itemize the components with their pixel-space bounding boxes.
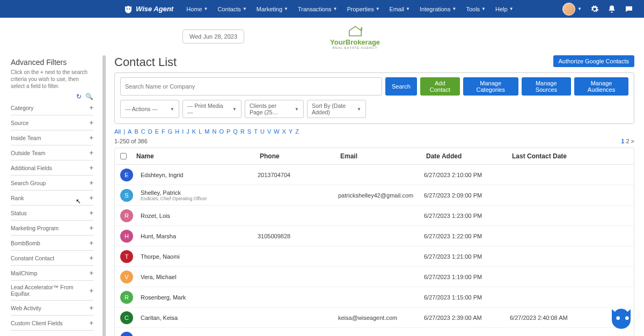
filter-web-activity[interactable]: Web Activity+ [11, 301, 93, 316]
col-name[interactable]: Name [136, 152, 260, 160]
alpha-W[interactable]: W [274, 128, 279, 135]
chevron-down-icon: ▼ [163, 107, 174, 112]
filter-source[interactable]: Source+ [11, 115, 93, 130]
search-input[interactable] [120, 77, 382, 96]
alpha-M[interactable]: M [204, 128, 209, 135]
filter-custom-client-fields[interactable]: Custom Client Fields+ [11, 316, 93, 331]
table-row[interactable]: RRosenberg, Mark6/27/2023 1:15:00 PM [115, 287, 634, 308]
nav-marketing[interactable]: Marketing▼ [252, 6, 293, 12]
alpha-B[interactable]: B [134, 128, 138, 135]
alpha-I[interactable]: I [182, 128, 184, 135]
alpha-N[interactable]: N [212, 128, 216, 135]
alpha-A[interactable]: A [128, 128, 131, 135]
alpha-Q[interactable]: Q [233, 128, 238, 135]
alpha-Y[interactable]: Y [289, 128, 292, 135]
alpha-C[interactable]: C [141, 128, 145, 135]
result-count: 1-250 of 386 [114, 138, 148, 144]
nav-properties[interactable]: Properties▼ [342, 6, 385, 12]
filter-search-group[interactable]: Search Group+ [11, 176, 93, 191]
filter-constant-contact[interactable]: Constant Contact+ [11, 251, 93, 266]
alpha-L[interactable]: L [199, 128, 202, 135]
user-menu[interactable]: ▼ [562, 3, 582, 16]
table-row[interactable]: EEdshteyn, Ingrid20137047046/27/2023 2:1… [115, 165, 634, 185]
table-row[interactable]: VVera, Michael6/27/2023 1:19:00 PM [115, 267, 634, 287]
alpha-O[interactable]: O [219, 128, 224, 135]
nav-transactions[interactable]: Transactions▼ [293, 6, 342, 12]
alpha-Z[interactable]: Z [295, 128, 299, 135]
contact-avatar: R [120, 209, 133, 222]
chevron-down-icon: ▼ [376, 6, 380, 11]
refresh-icon[interactable]: ↻ [76, 93, 82, 100]
authorize-google-button[interactable]: Authorize Google Contacts [553, 55, 634, 67]
filter-status[interactable]: Status+ [11, 206, 93, 221]
alpha-X[interactable]: X [282, 128, 286, 135]
chevron-down-icon: ▼ [333, 6, 338, 11]
alpha-E[interactable]: E [155, 128, 159, 135]
filter-category[interactable]: Category+ [11, 100, 93, 115]
bell-icon[interactable] [608, 5, 616, 13]
nav-tools[interactable]: Tools▼ [461, 6, 491, 12]
alpha-J[interactable]: J [186, 128, 189, 135]
table-row[interactable]: HHunt, Marsha31050098286/27/2023 1:22:00… [115, 226, 634, 246]
filter-bombbomb[interactable]: BombBomb+ [11, 236, 93, 251]
alpha-T[interactable]: T [254, 128, 258, 135]
table-row[interactable]: SShelley, PatrickEndicies, Chief Operati… [115, 185, 634, 206]
help-owl-icon[interactable] [609, 306, 636, 331]
filter-marketing-program[interactable]: Marketing Program+ [11, 221, 93, 236]
filter-additional-fields[interactable]: Additional Fields+ [11, 160, 93, 176]
page-next[interactable]: > [631, 138, 634, 144]
select-all-checkbox[interactable] [120, 153, 127, 159]
sidebar-scrollbar[interactable] [103, 55, 106, 336]
manage-audiences-button[interactable]: Manage Audiences [574, 77, 628, 96]
alpha-U[interactable]: U [260, 128, 265, 135]
alpha-All[interactable]: All [114, 128, 121, 135]
message-icon[interactable] [625, 5, 633, 13]
alpha-R[interactable]: R [240, 128, 245, 135]
alpha-H[interactable]: H [175, 128, 179, 135]
chevron-down-icon: ▼ [406, 6, 410, 11]
chevron-down-icon: ▼ [452, 6, 456, 11]
actions-dropdown[interactable]: --- Actions ---▼ [120, 100, 179, 118]
alpha-K[interactable]: K [192, 128, 196, 135]
alpha-G[interactable]: G [168, 128, 173, 135]
nav-home[interactable]: Home▼ [181, 6, 213, 12]
cell-name: Rozet, Lois [141, 213, 258, 219]
nav-contacts[interactable]: Contacts▼ [213, 6, 251, 12]
col-email[interactable]: Email [340, 152, 426, 160]
page-2[interactable]: 2 [626, 138, 629, 144]
col-last-contact[interactable]: Last Contact Date [512, 152, 609, 160]
page-1[interactable]: 1 [621, 138, 624, 144]
table-row[interactable]: FFox, Helen8432980528hfox9657@hotmail.co… [115, 328, 634, 336]
search-icon[interactable]: 🔍 [85, 93, 93, 100]
table-row[interactable]: TThorpe, Naomi6/27/2023 1:21:00 PM [115, 246, 634, 267]
alpha-V[interactable]: V [267, 128, 271, 135]
plus-icon: + [89, 287, 93, 295]
filter-outside-team[interactable]: Outside Team+ [11, 145, 93, 160]
filter-mailchimp[interactable]: MailChimp+ [11, 266, 93, 281]
col-date-added[interactable]: Date Added [426, 152, 512, 160]
chevron-down-icon: ▼ [243, 6, 247, 11]
alpha-P[interactable]: P [226, 128, 230, 135]
nav-integrations[interactable]: Integrations▼ [415, 6, 461, 12]
clients-per-page-dropdown[interactable]: Clients per Page (25…▼ [245, 100, 304, 118]
col-phone[interactable]: Phone [260, 152, 340, 160]
date-display[interactable]: Wed Jun 28, 2023 [182, 30, 244, 43]
contact-avatar: T [120, 250, 133, 263]
nav-help[interactable]: Help▼ [491, 6, 518, 12]
manage-sources-button[interactable]: Manage Sources [522, 77, 571, 96]
alpha-S[interactable]: S [247, 128, 251, 135]
add-contact-button[interactable]: Add Contact [420, 77, 460, 96]
print-media-dropdown[interactable]: --- Print Media ---▼ [182, 100, 241, 118]
alpha-D[interactable]: D [148, 128, 152, 135]
table-row[interactable]: RRozet, Lois6/27/2023 1:23:00 PM [115, 206, 634, 226]
alpha-F[interactable]: F [162, 128, 165, 135]
gear-icon[interactable] [590, 5, 599, 13]
nav-email[interactable]: Email▼ [385, 6, 415, 12]
filter-inside-team[interactable]: Inside Team+ [11, 130, 93, 145]
sort-by-dropdown[interactable]: Sort By (Date Added)▼ [307, 100, 366, 118]
brand-logo[interactable]: Wise Agent [123, 4, 173, 14]
filter-lead-accelerator-from-equifax[interactable]: Lead Accelerator™ From Equifax+ [11, 281, 93, 301]
table-row[interactable]: CCaritan, Keisakeisa@wiseagent.com6/27/2… [115, 308, 634, 328]
manage-categories-button[interactable]: Manage Categories [463, 77, 518, 96]
search-button[interactable]: Search [385, 77, 417, 96]
